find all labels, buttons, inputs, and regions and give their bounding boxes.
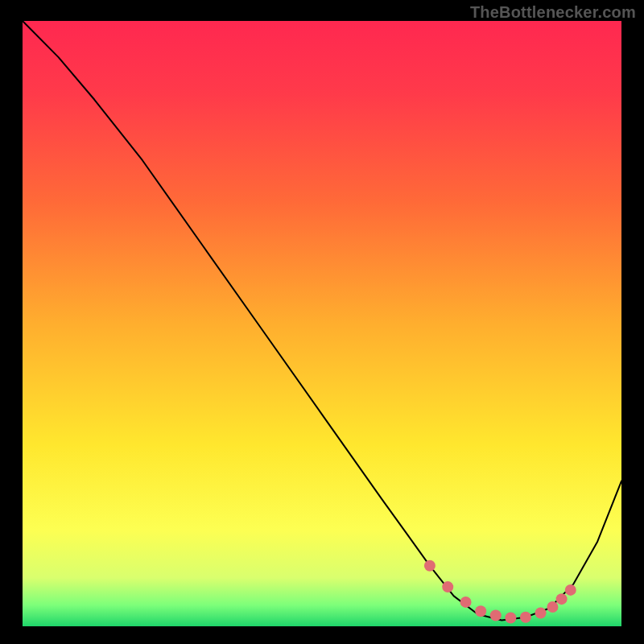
watermark-text: TheBottlenecker.com: [470, 3, 636, 22]
stage: TheBottlenecker.com: [0, 0, 644, 644]
highlight-dot: [535, 607, 547, 618]
highlight-dot: [424, 560, 436, 572]
highlight-dot: [475, 605, 486, 617]
highlight-dot: [547, 601, 558, 613]
highlight-dot: [520, 612, 531, 623]
gradient-backdrop: [23, 21, 621, 626]
highlight-dot: [565, 584, 576, 596]
highlight-dot: [490, 609, 502, 621]
highlight-dot: [556, 593, 568, 605]
highlight-dot: [505, 612, 516, 623]
bottleneck-chart: [23, 21, 621, 626]
chart-svg: [23, 21, 621, 626]
highlight-dot: [442, 581, 453, 592]
highlight-dot: [460, 597, 472, 608]
